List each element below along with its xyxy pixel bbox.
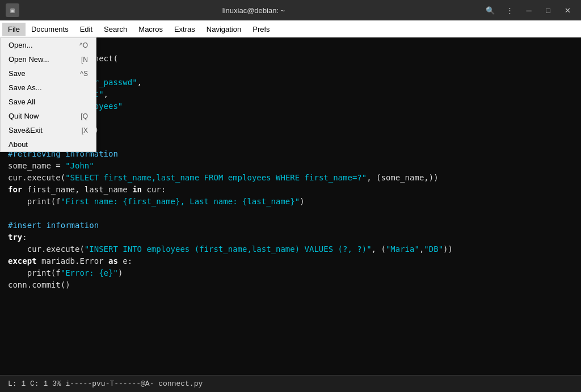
dropdown-save-shortcut: ^S — [80, 70, 88, 78]
dropdown-about-label: About — [9, 140, 28, 149]
dropdown-open-new-label: Open New... — [9, 55, 49, 64]
dropdown-save-label: Save — [9, 69, 26, 78]
menu-prefs[interactable]: Prefs — [247, 23, 275, 36]
dropdown-save[interactable]: Save ^S — [1, 66, 96, 81]
dropdown-save-exit[interactable]: Save&Exit [X — [1, 123, 96, 137]
status-bar: L: 1 C: 1 3% i-----pvu-T------@A- connec… — [0, 375, 581, 392]
dropdown-quit-now-shortcut: [Q — [81, 112, 88, 120]
menu-extras[interactable]: Extras — [169, 23, 201, 36]
window-title: linuxiac@debian: ~ — [25, 6, 482, 15]
menu-bar: File Documents Edit Search Macros Extras… — [0, 20, 581, 37]
dropdown-open-new[interactable]: Open New... [N — [1, 52, 96, 66]
dropdown-save-exit-label: Save&Exit — [9, 126, 43, 134]
dropdown-quit-now-label: Quit Now — [9, 112, 39, 120]
minimize-button[interactable]: ─ — [521, 2, 537, 18]
dropdown-open[interactable]: Open... ^O — [1, 38, 96, 52]
dropdown-save-all[interactable]: Save All — [1, 95, 96, 109]
dropdown-save-as[interactable]: Save As... — [1, 81, 96, 95]
menu-edit[interactable]: Edit — [74, 23, 98, 36]
menu-search[interactable]: Search — [98, 23, 133, 36]
close-button[interactable]: ✕ — [559, 2, 575, 18]
menu-button[interactable]: ⋮ — [502, 2, 517, 18]
dropdown-about[interactable]: About — [1, 137, 96, 151]
dropdown-save-exit-shortcut: [X — [82, 127, 88, 134]
dropdown-open-label: Open... — [9, 41, 33, 49]
dropdown-save-all-label: Save All — [9, 98, 35, 106]
search-button[interactable]: 🔍 — [482, 2, 498, 18]
dropdown-save-as-label: Save As... — [9, 83, 42, 92]
menu-file[interactable]: File — [2, 23, 26, 36]
title-bar: ▣ linuxiac@debian: ~ 🔍 ⋮ ─ □ ✕ — [0, 0, 581, 20]
window-icon: ▣ — [6, 3, 19, 17]
window-controls: 🔍 ⋮ ─ □ ✕ — [482, 2, 575, 18]
menu-macros[interactable]: Macros — [133, 23, 169, 36]
dropdown-quit-now[interactable]: Quit Now [Q — [1, 109, 96, 123]
status-text: L: 1 C: 1 3% i-----pvu-T------@A- connec… — [8, 380, 203, 388]
menu-documents[interactable]: Documents — [26, 23, 74, 36]
menu-navigation[interactable]: Navigation — [201, 23, 247, 36]
maximize-button[interactable]: □ — [540, 2, 556, 18]
dropdown-open-new-shortcut: [N — [81, 56, 88, 64]
file-dropdown: Open... ^O Open New... [N Save ^S Save A… — [0, 37, 96, 152]
dropdown-open-shortcut: ^O — [79, 41, 88, 49]
